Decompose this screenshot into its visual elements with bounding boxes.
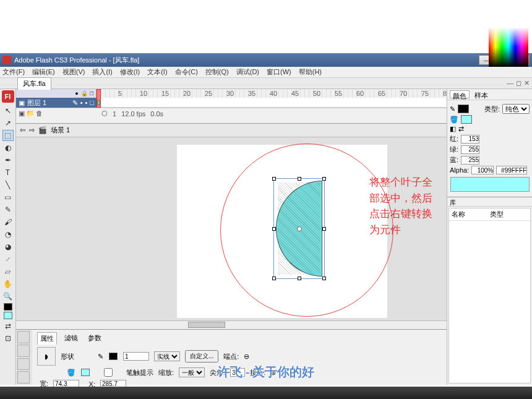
tick-45: 45 (291, 90, 299, 97)
keyframe-1[interactable] (97, 100, 100, 105)
color-spectrum[interactable] (489, 27, 528, 67)
stroke-width-input[interactable] (123, 352, 149, 361)
alpha-input[interactable] (471, 166, 494, 174)
new-layer-button[interactable]: ▣ (19, 109, 25, 118)
hex-input[interactable] (496, 166, 527, 174)
lib-col-type[interactable]: 类型 (490, 210, 504, 219)
delete-layer-button[interactable]: 🗑 (36, 109, 43, 118)
panel-toggle-2[interactable] (17, 345, 30, 357)
menu-commands[interactable]: 命令(C) (175, 67, 198, 77)
r-input[interactable] (461, 135, 479, 144)
ink-bottle-tool[interactable]: ◔ (2, 229, 14, 240)
selection-box[interactable] (273, 178, 325, 279)
menu-modify[interactable]: 修改(I) (120, 67, 140, 77)
type-select[interactable]: 纯色 (502, 104, 530, 114)
handle-tr[interactable] (322, 177, 326, 181)
selection-tool[interactable]: ↖ (2, 105, 14, 116)
handle-r[interactable] (322, 227, 326, 231)
bw-icon[interactable]: ◧ (450, 125, 456, 133)
handle-bl[interactable] (272, 277, 276, 280)
onion-skin[interactable]: ⬡ (101, 109, 108, 118)
lock-icon[interactable]: 🔒 (81, 90, 88, 97)
eyedropper-tool[interactable]: ⟋ (2, 254, 14, 265)
fill-color-swatch[interactable] (461, 115, 472, 124)
text-tool[interactable]: T (2, 167, 14, 178)
scene-fwd[interactable]: ⇨ (29, 126, 35, 134)
menu-edit[interactable]: 编辑(E) (32, 67, 55, 77)
stroke-swatch-icon[interactable]: ✎ (98, 353, 103, 361)
menu-view[interactable]: 视图(V) (62, 67, 85, 77)
scale-select[interactable]: 一般 (179, 367, 205, 377)
menu-file[interactable]: 文件(F) (2, 67, 25, 77)
outline-icon[interactable]: □ (90, 90, 93, 97)
menu-debug[interactable]: 调试(D) (236, 67, 259, 77)
handle-l[interactable] (272, 227, 276, 231)
menu-text[interactable]: 文本(I) (147, 67, 167, 77)
layer-1[interactable]: ▣ 图层 1 ✎ • • □ (16, 98, 97, 108)
handle-br[interactable] (322, 277, 326, 280)
b-input[interactable] (461, 156, 479, 165)
line-tool[interactable]: ╲ (2, 179, 14, 191)
pivot-point[interactable] (297, 226, 302, 231)
panel-toggle-3[interactable] (17, 358, 30, 371)
frames-track[interactable] (97, 98, 447, 108)
doc-minimize[interactable]: — (507, 79, 513, 87)
tab-parameters[interactable]: 参数 (85, 332, 104, 345)
stroke-color[interactable] (4, 303, 12, 311)
library-header[interactable]: 库 (447, 197, 532, 207)
panel-toggle-1[interactable] (17, 331, 30, 343)
handle-tl[interactable] (272, 177, 276, 181)
doc-close[interactable]: ✕ (524, 79, 530, 87)
tab-swatches[interactable]: 样本 (472, 90, 491, 98)
snap-option[interactable]: ⊡ (2, 333, 14, 344)
stroke-swatch[interactable] (109, 353, 118, 360)
menu-window[interactable]: 窗口(W) (267, 67, 291, 77)
swap-colors[interactable]: ⇄ (2, 320, 14, 332)
handle-t[interactable] (298, 177, 301, 181)
fill-color[interactable] (4, 312, 12, 319)
tab-filters[interactable]: 滤镜 (62, 332, 80, 345)
stroke-color-swatch[interactable] (458, 105, 469, 113)
fill-swatch-icon[interactable]: 🪣 (67, 369, 75, 377)
hand-tool[interactable]: ✋ (2, 278, 14, 290)
scene-back[interactable]: ⇦ (20, 126, 25, 134)
stage-area[interactable]: 将整个叶子全部选中，然后点击右键转换为元件 (16, 137, 447, 320)
rectangle-tool[interactable]: ▭ (2, 192, 14, 203)
fill-swatch[interactable] (81, 369, 90, 376)
lib-col-name[interactable]: 名称 (452, 210, 465, 219)
g-input[interactable] (461, 145, 479, 154)
menu-control[interactable]: 控制(Q) (205, 67, 229, 77)
eye-icon[interactable]: ● (75, 90, 78, 97)
lasso-tool[interactable]: ◐ (2, 142, 14, 153)
menu-insert[interactable]: 插入(I) (92, 67, 112, 77)
brush-tool[interactable]: 🖌 (2, 217, 14, 228)
zoom-tool[interactable]: 🔍 (2, 291, 14, 302)
custom-stroke-button[interactable]: 自定义... (185, 350, 218, 363)
scroll-thumb[interactable] (188, 322, 225, 328)
swap-icon[interactable]: ⇄ (458, 125, 464, 133)
bucket-icon: 🪣 (450, 116, 458, 124)
tab-color[interactable]: 颜色 (450, 90, 470, 98)
horizontal-scrollbar[interactable] (16, 320, 447, 329)
taskbar[interactable] (0, 387, 532, 399)
layer-dot2: • (85, 99, 87, 106)
document-tab[interactable]: 风车.fla (17, 77, 51, 90)
doc-restore[interactable]: ◻ (516, 79, 521, 87)
library-list[interactable]: 名称 类型 (448, 208, 531, 384)
handle-b[interactable] (298, 277, 301, 280)
pencil-tool[interactable]: ✎ (2, 204, 14, 215)
panel-toggle-4[interactable] (17, 371, 30, 384)
frame-ruler[interactable]: 1510152025303540455055606570758085909510… (97, 89, 447, 98)
stroke-hint-checkbox[interactable] (95, 368, 121, 377)
pen-tool[interactable]: ✒ (2, 155, 14, 166)
tab-properties[interactable]: 属性 (37, 332, 57, 345)
menu-help[interactable]: 帮助(H) (299, 67, 322, 77)
eraser-tool[interactable]: ▱ (2, 266, 14, 277)
paint-bucket-tool[interactable]: ◕ (2, 241, 14, 252)
layer-icon: ▣ (19, 99, 25, 107)
stroke-style-select[interactable]: 实线 (154, 351, 180, 361)
free-transform-tool[interactable]: ⬚ (2, 130, 14, 141)
subselection-tool[interactable]: ↗ (2, 118, 14, 129)
cap-icon[interactable]: ⊖ (244, 353, 249, 361)
new-folder-button[interactable]: 📁 (26, 109, 35, 118)
